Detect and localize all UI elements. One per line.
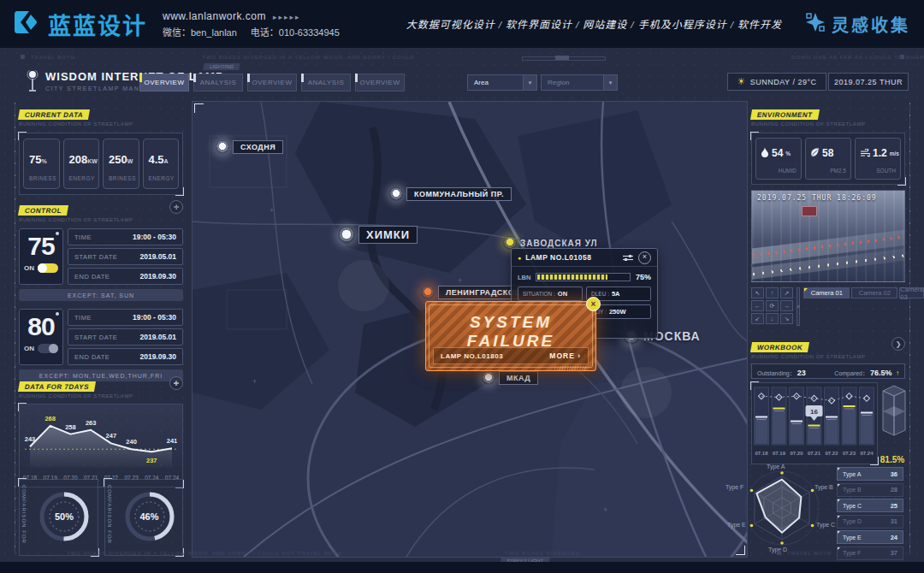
- svg-text:07.19: 07.19: [773, 451, 786, 456]
- website-link[interactable]: www.lanlanwork.com: [163, 10, 266, 22]
- panel-camera: 2019.07.25 THUR 18:26:09 ↖ ↑ ↗ ← ⟳ → ↙ ↓…: [751, 190, 905, 326]
- end-date-row[interactable]: END DATE2019.09.30: [68, 268, 183, 285]
- schedule-toggle[interactable]: [38, 344, 58, 353]
- expand-button[interactable]: ✚: [169, 376, 183, 390]
- close-icon[interactable]: ×: [586, 297, 601, 311]
- except-bar: EXCEPT: SAT, SUN: [19, 289, 183, 301]
- type-b-row[interactable]: Type B28: [837, 483, 903, 497]
- map-marker-kommunalny[interactable]: КОММУНАЛЬНЫЙ ПР.: [389, 187, 512, 201]
- panel-badge: CURRENT DATA: [18, 109, 90, 120]
- sliders-icon[interactable]: [623, 250, 633, 265]
- panel-badge: CONTROL: [18, 205, 68, 216]
- lbn-label: LBN: [518, 274, 530, 281]
- svg-text:+: +: [603, 505, 607, 514]
- schedule-1: 75 ON TIME19:00 - 05:30 START DATE2019.0…: [19, 228, 183, 285]
- deco-text-bottom-right: TRAVEL BOTH: [787, 551, 832, 556]
- map-marker-mkad[interactable]: МКАД: [482, 371, 538, 385]
- camera-01-button[interactable]: Camera 01: [803, 287, 850, 298]
- logo-text: 蓝蓝设计: [48, 8, 147, 41]
- right-ruler: [909, 103, 910, 554]
- pan-button[interactable]: ✛: [169, 200, 183, 214]
- deco-slider[interactable]: [522, 56, 606, 61]
- area-select[interactable]: Area ▾: [467, 74, 537, 91]
- svg-text:+: +: [270, 206, 274, 215]
- svg-text:07.22: 07.22: [825, 451, 838, 456]
- sun-icon: ☀: [737, 76, 745, 87]
- camera-02-button[interactable]: Camera 02: [851, 287, 897, 298]
- camera-timestamp: 2019.07.25 THUR 18:26:09: [757, 194, 877, 202]
- pan-left-button[interactable]: ←: [751, 300, 764, 311]
- tab-analysis-2[interactable]: ANALYSIS: [301, 74, 351, 92]
- type-a-row[interactable]: Type A36: [837, 467, 903, 481]
- panel-current-data: CURRENT DATA RUNNING CONDITION OF STREET…: [19, 104, 183, 195]
- type-c-row[interactable]: Type C25: [837, 499, 903, 512]
- status-dot: ●: [518, 255, 521, 261]
- lamp-pin-icon: [389, 187, 403, 201]
- type-e-row[interactable]: Type E24: [837, 530, 903, 544]
- panel-workbook: WORKBOOK ❯ RUNNING CONDITION OF STREETLA…: [751, 337, 905, 464]
- gauge-value: 50%: [32, 484, 97, 549]
- on-label: ON: [24, 264, 34, 272]
- radar-label-e: Type E: [727, 522, 746, 528]
- svg-text:243: 243: [25, 435, 36, 443]
- arrows-decoration: ▸▸▸▸▸: [273, 13, 301, 21]
- start-date-row[interactable]: START DATE2019.05.01: [68, 248, 183, 265]
- more-button[interactable]: MORE ›: [549, 351, 581, 360]
- next-button[interactable]: ❯: [891, 337, 905, 351]
- svg-text:258: 258: [65, 423, 76, 431]
- pan-up-left-button[interactable]: ↖: [751, 287, 764, 298]
- collect-logo[interactable]: 灵感收集: [804, 11, 910, 37]
- map-marker-khimki[interactable]: ХИМКИ: [338, 226, 418, 244]
- time-row[interactable]: TIME19:00 - 05:30: [68, 309, 183, 326]
- time-row[interactable]: TIME19:00 - 05:30: [68, 228, 183, 245]
- map-marker-skhodnya[interactable]: СХОДНЯ: [216, 140, 283, 154]
- svg-text:07.23: 07.23: [843, 451, 856, 456]
- comparison-gauge-1: COMPARISON FOR 50%: [19, 479, 98, 556]
- tab-overview-1[interactable]: OVERVIEW: [139, 74, 189, 92]
- trend-up-icon: ↑: [896, 369, 899, 377]
- radar-label-b: Type B: [814, 484, 833, 490]
- type-f-row[interactable]: Type F37: [837, 546, 903, 560]
- panel-subtitle: RUNNING CONDITION OF STREETLAMP: [751, 121, 905, 127]
- humidity-drop-icon: [761, 145, 769, 161]
- wind-icon: [860, 145, 870, 161]
- close-icon[interactable]: ×: [638, 251, 651, 264]
- radar-chart: [732, 465, 832, 554]
- pan-up-right-button[interactable]: ↗: [780, 287, 793, 298]
- pan-up-button[interactable]: ↑: [766, 287, 779, 298]
- pan-down-button[interactable]: ↓: [766, 313, 779, 324]
- svg-text:247: 247: [106, 432, 117, 440]
- camera-list: Camera 01 Camera 02 Camera 03 Camera 04 …: [803, 287, 924, 326]
- camera-view: 2019.07.25 THUR 18:26:09: [751, 190, 905, 282]
- date-box: 2019.07.25 THUR: [828, 73, 909, 91]
- deco-text-top-left: TRAVEL BOTH: [31, 55, 75, 60]
- lamp-pin-orange-icon: [421, 286, 435, 299]
- tab-analysis-1[interactable]: ANALYSIS: [193, 74, 243, 92]
- brightness-level-card: 80 ON: [19, 309, 63, 365]
- bottom-bar: [0, 562, 924, 573]
- camera-prev-button[interactable]: ‹: [797, 287, 800, 326]
- pan-down-right-button[interactable]: ↘: [780, 313, 793, 324]
- line-chart: 24326825826324724023724107.1807.1907.200…: [19, 404, 183, 487]
- pan-down-left-button[interactable]: ↙: [751, 313, 764, 324]
- tab-overview-2[interactable]: OVERVIEW: [247, 74, 297, 92]
- svg-text:07.21: 07.21: [808, 451, 821, 456]
- type-d-row[interactable]: Type D31: [837, 515, 903, 529]
- site-header: 蓝蓝设计 www.lanlanwork.com▸▸▸▸▸ 微信：ben_lanl…: [0, 0, 924, 48]
- pan-right-button[interactable]: →: [780, 300, 793, 311]
- tab-overview-3[interactable]: OVERVIEW: [355, 74, 405, 92]
- lanlan-logo[interactable]: 蓝蓝设计: [12, 8, 147, 41]
- schedule-toggle[interactable]: [38, 263, 58, 273]
- svg-text:240: 240: [126, 438, 137, 446]
- deco-square: [777, 551, 781, 555]
- lbn-progress: [536, 273, 631, 281]
- reset-view-button[interactable]: ⟳: [766, 300, 779, 311]
- region-select[interactable]: Region ▾: [541, 74, 618, 91]
- camera-03-button[interactable]: Camera 03: [899, 287, 924, 298]
- lamp-pin-icon: [482, 371, 495, 385]
- dashboard: TRAVEL BOTH TWO ROADS DIVERGED IN A YELL…: [0, 48, 924, 562]
- radar-label-a: Type A: [767, 464, 785, 470]
- svg-text:241: 241: [167, 437, 178, 445]
- end-date-row[interactable]: END DATE2019.09.30: [68, 348, 183, 365]
- start-date-row[interactable]: START DATE2019.05.01: [68, 328, 183, 346]
